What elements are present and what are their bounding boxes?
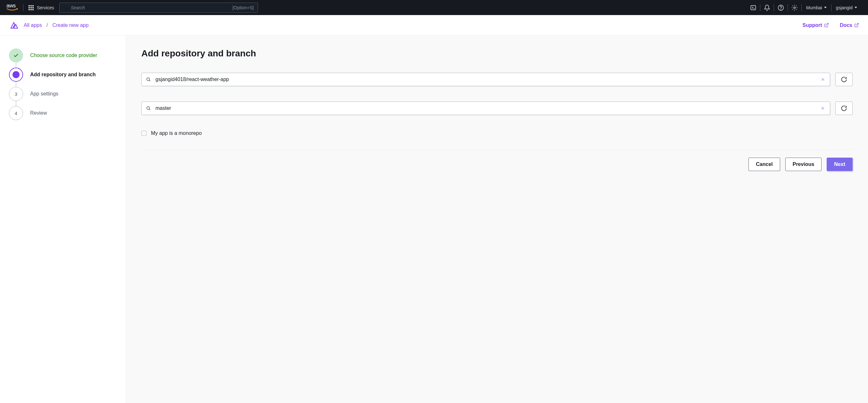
wizard-sidebar: Choose source code provider Add reposito… bbox=[0, 36, 126, 403]
gear-icon bbox=[792, 4, 798, 11]
aws-smile-icon bbox=[6, 8, 18, 12]
step-label: Review bbox=[30, 110, 47, 116]
username-label: gsjangid bbox=[836, 5, 852, 10]
svg-point-5 bbox=[781, 9, 781, 9]
grid-icon bbox=[29, 5, 34, 10]
wizard-step-repository[interactable]: Add repository and branch bbox=[9, 65, 117, 84]
caret-down-icon bbox=[824, 7, 827, 8]
step-label: Choose source code provider bbox=[30, 53, 97, 58]
breadcrumb-bar: All apps / Create new app Support Docs bbox=[0, 15, 868, 36]
previous-button[interactable]: Previous bbox=[785, 158, 822, 171]
settings-button[interactable] bbox=[788, 0, 801, 15]
clear-branch-button[interactable] bbox=[820, 106, 825, 111]
amplify-logo-icon[interactable] bbox=[9, 21, 19, 30]
search-icon bbox=[146, 106, 151, 111]
repository-value: gsjangid4018/react-weather-app bbox=[155, 76, 816, 82]
svg-point-13 bbox=[147, 106, 150, 109]
support-label: Support bbox=[803, 23, 822, 28]
region-label: Mumbai bbox=[806, 5, 822, 10]
monorepo-checkbox[interactable] bbox=[142, 131, 147, 136]
wizard-step-source-provider[interactable]: Choose source code provider bbox=[9, 46, 117, 65]
help-icon bbox=[778, 4, 784, 11]
docs-label: Docs bbox=[840, 23, 852, 28]
step-indicator-pending: 4 bbox=[9, 106, 23, 120]
breadcrumb-separator: / bbox=[46, 23, 48, 28]
svg-line-1 bbox=[66, 8, 67, 9]
aws-header: aws Services [Option+S] bbox=[0, 0, 868, 15]
help-button[interactable] bbox=[774, 0, 787, 15]
breadcrumb-create-app[interactable]: Create new app bbox=[52, 23, 89, 28]
services-label: Services bbox=[37, 5, 54, 10]
divider bbox=[23, 4, 23, 11]
step-label: App settings bbox=[30, 91, 58, 97]
svg-line-10 bbox=[149, 80, 150, 81]
search-shortcut: [Option+S] bbox=[232, 5, 254, 10]
close-icon bbox=[821, 77, 825, 81]
content-area: Add repository and branch gsjangid4018/r… bbox=[126, 36, 868, 403]
check-icon bbox=[13, 53, 19, 58]
next-button[interactable]: Next bbox=[827, 158, 852, 171]
refresh-icon bbox=[841, 105, 847, 111]
branch-select[interactable]: master bbox=[142, 102, 830, 115]
repository-field-row: gsjangid4018/react-weather-app bbox=[142, 73, 852, 86]
action-buttons: Cancel Previous Next bbox=[142, 158, 852, 171]
refresh-icon bbox=[841, 76, 847, 82]
svg-point-9 bbox=[147, 77, 150, 80]
docs-link[interactable]: Docs bbox=[840, 23, 859, 28]
external-link-icon bbox=[854, 23, 859, 28]
close-icon bbox=[821, 106, 825, 110]
step-indicator-pending: 3 bbox=[9, 87, 23, 101]
bell-icon bbox=[764, 4, 770, 11]
svg-line-14 bbox=[149, 109, 150, 110]
page-title: Add repository and branch bbox=[142, 48, 852, 59]
refresh-repository-button[interactable] bbox=[835, 73, 852, 86]
cloudshell-button[interactable] bbox=[746, 0, 760, 15]
cancel-button[interactable]: Cancel bbox=[748, 158, 780, 171]
branch-value: master bbox=[155, 105, 816, 111]
caret-down-icon bbox=[855, 7, 857, 8]
breadcrumb: All apps / Create new app bbox=[24, 23, 89, 28]
region-selector[interactable]: Mumbai bbox=[802, 0, 831, 15]
wizard-step-app-settings[interactable]: 3 App settings bbox=[9, 84, 117, 103]
search-icon bbox=[63, 5, 68, 10]
svg-point-0 bbox=[64, 6, 67, 9]
notifications-button[interactable] bbox=[760, 0, 774, 15]
search-input-wrap[interactable]: [Option+S] bbox=[59, 3, 258, 13]
refresh-branch-button[interactable] bbox=[835, 102, 852, 115]
services-button[interactable]: Services bbox=[29, 5, 54, 10]
svg-line-8 bbox=[856, 23, 858, 26]
divider bbox=[142, 149, 852, 150]
step-indicator-completed bbox=[9, 48, 23, 63]
aws-logo[interactable]: aws bbox=[6, 3, 18, 12]
external-link-icon bbox=[824, 23, 829, 28]
step-indicator-active bbox=[9, 68, 23, 82]
repository-select[interactable]: gsjangid4018/react-weather-app bbox=[142, 73, 830, 86]
monorepo-checkbox-row: My app is a monorepo bbox=[142, 130, 852, 136]
search-icon bbox=[146, 77, 151, 82]
monorepo-label: My app is a monorepo bbox=[151, 130, 202, 136]
branch-field-row: master bbox=[142, 102, 852, 115]
svg-line-7 bbox=[826, 23, 828, 26]
support-link[interactable]: Support bbox=[803, 23, 829, 28]
cloudshell-icon bbox=[750, 4, 756, 11]
header-actions: Mumbai gsjangid bbox=[746, 0, 862, 15]
svg-point-6 bbox=[794, 7, 796, 8]
search-input[interactable] bbox=[71, 5, 232, 10]
clear-repository-button[interactable] bbox=[820, 77, 825, 82]
wizard-step-review[interactable]: 4 Review bbox=[9, 103, 117, 123]
account-menu[interactable]: gsjangid bbox=[832, 0, 862, 15]
breadcrumb-all-apps[interactable]: All apps bbox=[24, 23, 42, 28]
step-label: Add repository and branch bbox=[30, 72, 95, 77]
